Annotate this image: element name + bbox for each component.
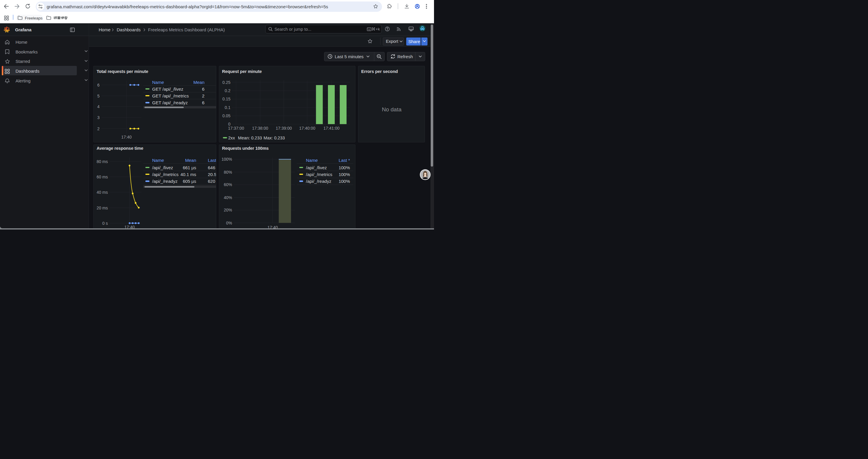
svg-text:20%: 20% <box>224 208 232 212</box>
svg-text:17:37:00: 17:37:00 <box>228 126 244 131</box>
svg-text:80 ms: 80 ms <box>97 159 108 164</box>
svg-text:60 ms: 60 ms <box>97 174 108 179</box>
svg-text:80%: 80% <box>224 169 232 174</box>
svg-text:20 ms: 20 ms <box>97 205 108 210</box>
svg-text:17:41:00: 17:41:00 <box>323 126 339 131</box>
svg-text:0 s: 0 s <box>102 221 108 225</box>
svg-text:0.1: 0.1 <box>224 105 230 110</box>
svg-text:17:40: 17:40 <box>121 135 131 139</box>
svg-text:0.15: 0.15 <box>222 97 230 101</box>
svg-text:5: 5 <box>97 94 99 98</box>
svg-text:0%: 0% <box>226 220 232 225</box>
svg-text:2xx: 2xx <box>228 136 235 140</box>
svg-text:0.25: 0.25 <box>222 80 230 85</box>
svg-text:2: 2 <box>97 126 99 131</box>
svg-text:100%: 100% <box>221 157 232 162</box>
svg-text:17:39:00: 17:39:00 <box>276 126 292 131</box>
svg-text:17:38:00: 17:38:00 <box>252 126 268 131</box>
svg-text:4: 4 <box>97 104 99 109</box>
svg-text:40 ms: 40 ms <box>97 190 108 194</box>
svg-text:3: 3 <box>97 115 99 120</box>
svg-text:Max: 0.233: Max: 0.233 <box>264 136 285 140</box>
svg-text:17:40:00: 17:40:00 <box>299 126 315 131</box>
svg-text:40%: 40% <box>224 195 232 200</box>
svg-text:0.05: 0.05 <box>222 113 230 118</box>
svg-text:0.2: 0.2 <box>224 88 230 93</box>
svg-text:6: 6 <box>97 83 99 88</box>
svg-text:Mean: 0.233: Mean: 0.233 <box>238 136 262 140</box>
svg-text:60%: 60% <box>224 182 232 187</box>
